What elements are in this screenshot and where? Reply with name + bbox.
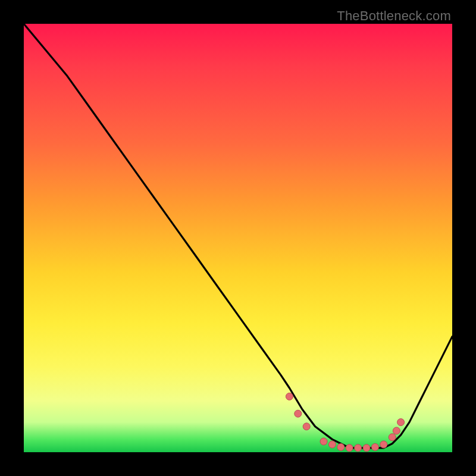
scatter-dot xyxy=(295,410,302,417)
plot-area xyxy=(24,24,452,452)
scatter-dot xyxy=(371,443,378,450)
scatter-dot xyxy=(328,441,336,448)
scatter-dot xyxy=(320,438,327,445)
scatter-dot xyxy=(286,393,293,400)
curve-svg xyxy=(24,24,452,452)
bottleneck-curve xyxy=(24,24,452,448)
scatter-dot xyxy=(303,423,310,430)
scatter-dot xyxy=(346,444,353,452)
scatter-dot xyxy=(363,444,370,452)
watermark-text: TheBottleneck.com xyxy=(337,8,451,24)
scatter-dots xyxy=(286,393,404,451)
scatter-dot xyxy=(393,427,400,434)
chart-frame: TheBottleneck.com xyxy=(0,0,476,476)
scatter-dot xyxy=(380,441,387,448)
scatter-dot xyxy=(389,434,396,441)
scatter-dot xyxy=(355,444,362,452)
scatter-dot xyxy=(397,419,405,426)
scatter-dot xyxy=(337,443,345,450)
